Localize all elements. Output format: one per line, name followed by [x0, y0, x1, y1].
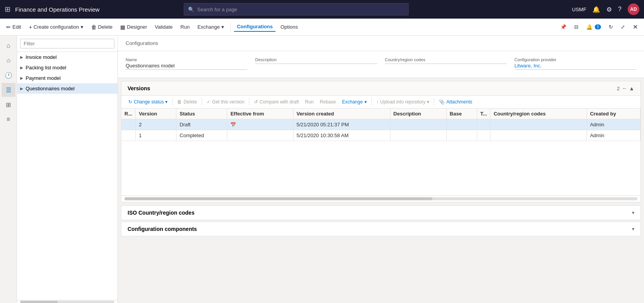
- col-effective-from: Effective from: [227, 108, 293, 119]
- components-header[interactable]: Configuration components ▾: [121, 222, 641, 236]
- exchange-button[interactable]: Exchange ▾: [194, 22, 227, 31]
- row-base: [446, 130, 477, 141]
- toolbar-separator-2: [202, 98, 202, 106]
- create-configuration-button[interactable]: + Create configuration ▾: [26, 22, 86, 32]
- hscroll-thumb[interactable]: [124, 197, 432, 200]
- designer-button[interactable]: ▦ Designer: [117, 22, 150, 32]
- row-status: Completed: [176, 130, 227, 141]
- calendar-icon[interactable]: 📅: [230, 122, 236, 127]
- change-status-button[interactable]: ↻ Change status ▾: [126, 98, 170, 106]
- grid-icon[interactable]: ⊞: [5, 5, 10, 14]
- search-icon: 🔍: [188, 7, 194, 12]
- row-country-region: [490, 119, 587, 130]
- configurations-tab[interactable]: Configurations: [234, 22, 276, 32]
- notification-icon[interactable]: 🔔: [592, 6, 600, 13]
- hscroll-bar[interactable]: [124, 197, 637, 200]
- search-box[interactable]: 🔍: [184, 3, 409, 15]
- close-button[interactable]: ✕: [630, 22, 641, 32]
- provider-field: Configuration provider Litware, Inc.: [515, 57, 636, 70]
- versions-title: Versions: [128, 85, 617, 91]
- row-country-region: [490, 130, 587, 141]
- tree-item-packing[interactable]: ▶ Packing list model: [17, 62, 117, 73]
- layout-button[interactable]: ⊟: [571, 22, 582, 31]
- col-version-created: Version created: [293, 108, 390, 119]
- tree-filter-input[interactable]: [20, 39, 114, 48]
- badge-button[interactable]: 🔔0: [583, 22, 604, 31]
- form-row: Name Questionnaires model Description Co…: [126, 57, 636, 70]
- sidebar-filter-icon[interactable]: ☰: [2, 83, 16, 97]
- versions-dash: --: [623, 86, 626, 91]
- sidebar-home-icon[interactable]: ⌂: [2, 39, 16, 53]
- sidebar-workspace-icon[interactable]: ⊞: [2, 98, 16, 112]
- col-r: R...: [121, 108, 136, 119]
- provider-label: Configuration provider: [515, 57, 636, 62]
- col-description: Description: [390, 108, 446, 119]
- versions-toolbar: ↻ Change status ▾ 🗑 Delete ✓ Get this ve…: [121, 96, 641, 108]
- versions-table-scroll: R... Version Status Effective from Versi…: [121, 108, 641, 141]
- edit-button[interactable]: ✏ Edit: [3, 22, 24, 32]
- refresh-button[interactable]: ↻: [606, 22, 616, 31]
- vtb-run-button[interactable]: Run: [303, 98, 316, 106]
- description-field: Description: [255, 57, 377, 70]
- settings-icon[interactable]: ⚙: [606, 6, 612, 13]
- iso-header[interactable]: ISO Country/region codes ▾: [121, 206, 641, 220]
- versions-section: Versions 2 -- ▲ ↻ Change status ▾ 🗑 Dele…: [121, 81, 641, 202]
- open-button[interactable]: ⤢: [618, 22, 628, 31]
- main-layout: ⌂ ☆ 🕐 ☰ ⊞ ≡ ▶ Invoice model ▶ Packing li…: [0, 36, 644, 303]
- top-nav: ⊞ Finance and Operations Preview 🔍 USMF …: [0, 0, 644, 19]
- chevron-right-icon: ▶: [20, 55, 23, 59]
- sidebar-icons: ⌂ ☆ 🕐 ☰ ⊞ ≡: [0, 36, 17, 303]
- tree-item-invoice[interactable]: ▶ Invoice model: [17, 52, 117, 62]
- plus-icon: +: [29, 24, 32, 30]
- get-this-version-button[interactable]: ✓ Get this version: [204, 98, 247, 106]
- sidebar-list-icon[interactable]: ≡: [2, 112, 16, 126]
- row-base: [446, 119, 477, 130]
- action-bar-right: 📌 ⊟ 🔔0 ↻ ⤢ ✕: [557, 22, 641, 32]
- row-created-by: Admin: [587, 130, 640, 141]
- attachments-button[interactable]: 📎 Attachments: [437, 98, 475, 106]
- search-input[interactable]: [197, 7, 404, 12]
- country-region-field: Country/region codes: [385, 57, 507, 70]
- components-section: Configuration components ▾: [121, 222, 641, 236]
- row-indicator: [121, 130, 136, 141]
- tree-filter-area: [17, 36, 117, 52]
- row-version: 1: [136, 130, 176, 141]
- tree-item-payment[interactable]: ▶ Payment model: [17, 73, 117, 83]
- edit-icon: ✏: [6, 24, 11, 30]
- row-version-created: 5/21/2020 10:30:58 AM: [293, 130, 390, 141]
- pin-button[interactable]: 📌: [557, 22, 570, 31]
- versions-table: R... Version Status Effective from Versi…: [121, 108, 641, 141]
- table-row[interactable]: 1 Completed 5/21/2020 10:30:58 AM Admin: [121, 130, 641, 141]
- sidebar-recent-icon[interactable]: 🕐: [2, 68, 16, 82]
- vtb-delete-button[interactable]: 🗑 Delete: [175, 98, 199, 106]
- sidebar-favorites-icon[interactable]: ☆: [2, 53, 16, 67]
- provider-value: Litware, Inc.: [515, 63, 636, 70]
- breadcrumb: Configurations: [126, 40, 158, 46]
- user-avatar[interactable]: AD: [628, 3, 639, 15]
- versions-collapse-icon[interactable]: ▲: [629, 85, 634, 91]
- toolbar-separator-1: [172, 98, 173, 106]
- vtb-exchange-button[interactable]: Exchange ▾: [340, 98, 369, 106]
- row-version-created: 5/21/2020 05:21:37 PM: [293, 119, 390, 130]
- tree-items: ▶ Invoice model ▶ Packing list model ▶ P…: [17, 52, 117, 300]
- row-status: Draft: [176, 119, 227, 130]
- row-created-by: Admin: [587, 119, 640, 130]
- validate-button[interactable]: Validate: [152, 22, 176, 31]
- help-icon[interactable]: ?: [618, 6, 622, 13]
- run-button[interactable]: Run: [177, 22, 193, 31]
- delete-icon: 🗑: [91, 24, 97, 30]
- name-value: Questionnaires model: [126, 63, 247, 70]
- row-version: 2: [136, 119, 176, 130]
- options-button[interactable]: Options: [277, 22, 301, 31]
- row-description: [390, 119, 446, 130]
- upload-repository-button[interactable]: ↑ Upload into repository ▾: [374, 98, 432, 106]
- components-title: Configuration components: [128, 226, 632, 232]
- tree-item-questionnaires[interactable]: ▶ Questionnaires model: [17, 83, 117, 94]
- hscroll-area: [121, 195, 641, 202]
- compare-with-draft-button[interactable]: ↺ Compare with draft: [252, 98, 301, 106]
- designer-icon: ▦: [120, 24, 125, 30]
- table-row[interactable]: 2 Draft 📅 5/21/2020 05:21:37 PM Admin: [121, 119, 641, 130]
- versions-header: Versions 2 -- ▲: [121, 81, 641, 96]
- delete-button[interactable]: 🗑 Delete: [88, 22, 116, 32]
- rebase-button[interactable]: Rebase: [318, 98, 338, 106]
